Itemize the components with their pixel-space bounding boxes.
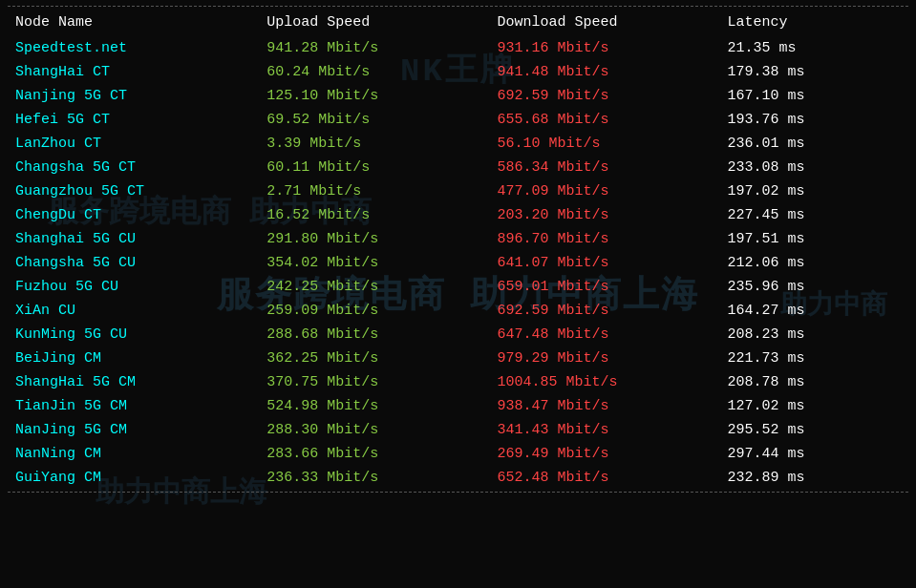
cell-latency: 232.89 ms xyxy=(720,466,908,490)
cell-node: ShangHai CT xyxy=(8,60,259,84)
cell-download: 647.48 Mbit/s xyxy=(489,323,719,346)
table-row: Fuzhou 5G CU242.25 Mbit/s659.01 Mbit/s23… xyxy=(8,275,908,299)
cell-latency: 297.44 ms xyxy=(720,442,908,466)
cell-download: 269.49 Mbit/s xyxy=(489,442,719,466)
cell-latency: 167.10 ms xyxy=(720,84,908,108)
cell-download: 477.09 Mbit/s xyxy=(489,179,719,203)
cell-latency: 179.38 ms xyxy=(720,60,908,84)
col-header-node: Node Name xyxy=(8,9,259,36)
cell-latency: 193.76 ms xyxy=(720,108,908,132)
cell-latency: 227.45 ms xyxy=(720,203,908,227)
cell-node: BeiJing CM xyxy=(8,346,259,370)
cell-download: 641.07 Mbit/s xyxy=(489,251,719,275)
cell-latency: 235.96 ms xyxy=(720,275,908,299)
cell-download: 931.16 Mbit/s xyxy=(489,36,719,60)
cell-upload: 236.33 Mbit/s xyxy=(259,466,489,490)
cell-download: 341.43 Mbit/s xyxy=(489,418,719,442)
cell-node: KunMing 5G CU xyxy=(8,323,259,346)
table-row: BeiJing CM362.25 Mbit/s979.29 Mbit/s221.… xyxy=(8,346,908,370)
cell-node: Changsha 5G CU xyxy=(8,251,259,275)
cell-latency: 164.27 ms xyxy=(720,299,908,323)
table-body: Speedtest.net941.28 Mbit/s931.16 Mbit/s2… xyxy=(8,36,908,490)
table-row: Changsha 5G CT60.11 Mbit/s586.34 Mbit/s2… xyxy=(8,156,908,179)
col-header-upload: Upload Speed xyxy=(259,9,489,36)
table-row: Guangzhou 5G CT2.71 Mbit/s477.09 Mbit/s1… xyxy=(8,179,908,203)
cell-download: 941.48 Mbit/s xyxy=(489,60,719,84)
cell-upload: 291.80 Mbit/s xyxy=(259,227,489,251)
table-row: KunMing 5G CU288.68 Mbit/s647.48 Mbit/s2… xyxy=(8,323,908,346)
table-row: ChengDu CT16.52 Mbit/s203.20 Mbit/s227.4… xyxy=(8,203,908,227)
cell-upload: 69.52 Mbit/s xyxy=(259,108,489,132)
cell-download: 659.01 Mbit/s xyxy=(489,275,719,299)
cell-node: Nanjing 5G CT xyxy=(8,84,259,108)
table-row: Shanghai 5G CU291.80 Mbit/s896.70 Mbit/s… xyxy=(8,227,908,251)
cell-upload: 2.71 Mbit/s xyxy=(259,179,489,203)
cell-node: ShangHai 5G CM xyxy=(8,370,259,394)
cell-node: NanNing CM xyxy=(8,442,259,466)
cell-node: Shanghai 5G CU xyxy=(8,227,259,251)
speed-test-table-container: Node Name Upload Speed Download Speed La… xyxy=(0,0,916,498)
table-row: XiAn CU259.09 Mbit/s692.59 Mbit/s164.27 … xyxy=(8,299,908,323)
cell-node: NanJing 5G CM xyxy=(8,418,259,442)
cell-upload: 354.02 Mbit/s xyxy=(259,251,489,275)
speed-test-table: Node Name Upload Speed Download Speed La… xyxy=(8,9,908,490)
cell-node: GuiYang CM xyxy=(8,466,259,490)
cell-download: 56.10 Mbit/s xyxy=(489,132,719,156)
cell-latency: 21.35 ms xyxy=(720,36,908,60)
table-row: ShangHai 5G CM370.75 Mbit/s1004.85 Mbit/… xyxy=(8,370,908,394)
cell-download: 655.68 Mbit/s xyxy=(489,108,719,132)
table-row: NanNing CM283.66 Mbit/s269.49 Mbit/s297.… xyxy=(8,442,908,466)
cell-node: Changsha 5G CT xyxy=(8,156,259,179)
cell-upload: 125.10 Mbit/s xyxy=(259,84,489,108)
cell-upload: 283.66 Mbit/s xyxy=(259,442,489,466)
cell-latency: 127.02 ms xyxy=(720,394,908,418)
cell-node: LanZhou CT xyxy=(8,132,259,156)
table-row: Hefei 5G CT69.52 Mbit/s655.68 Mbit/s193.… xyxy=(8,108,908,132)
cell-node: ChengDu CT xyxy=(8,203,259,227)
cell-latency: 221.73 ms xyxy=(720,346,908,370)
cell-node: XiAn CU xyxy=(8,299,259,323)
cell-latency: 236.01 ms xyxy=(720,132,908,156)
top-divider xyxy=(8,6,908,7)
table-row: Changsha 5G CU354.02 Mbit/s641.07 Mbit/s… xyxy=(8,251,908,275)
cell-download: 938.47 Mbit/s xyxy=(489,394,719,418)
cell-latency: 233.08 ms xyxy=(720,156,908,179)
cell-latency: 197.02 ms xyxy=(720,179,908,203)
table-row: LanZhou CT3.39 Mbit/s56.10 Mbit/s236.01 … xyxy=(8,132,908,156)
cell-latency: 295.52 ms xyxy=(720,418,908,442)
cell-download: 1004.85 Mbit/s xyxy=(489,370,719,394)
table-row: Speedtest.net941.28 Mbit/s931.16 Mbit/s2… xyxy=(8,36,908,60)
cell-upload: 16.52 Mbit/s xyxy=(259,203,489,227)
cell-node: Fuzhou 5G CU xyxy=(8,275,259,299)
cell-upload: 524.98 Mbit/s xyxy=(259,394,489,418)
cell-upload: 362.25 Mbit/s xyxy=(259,346,489,370)
cell-upload: 259.09 Mbit/s xyxy=(259,299,489,323)
cell-node: Guangzhou 5G CT xyxy=(8,179,259,203)
table-row: ShangHai CT60.24 Mbit/s941.48 Mbit/s179.… xyxy=(8,60,908,84)
table-row: Nanjing 5G CT125.10 Mbit/s692.59 Mbit/s1… xyxy=(8,84,908,108)
cell-upload: 941.28 Mbit/s xyxy=(259,36,489,60)
cell-download: 652.48 Mbit/s xyxy=(489,466,719,490)
table-header-row: Node Name Upload Speed Download Speed La… xyxy=(8,9,908,36)
cell-upload: 288.30 Mbit/s xyxy=(259,418,489,442)
table-row: TianJin 5G CM524.98 Mbit/s938.47 Mbit/s1… xyxy=(8,394,908,418)
cell-upload: 60.24 Mbit/s xyxy=(259,60,489,84)
cell-upload: 370.75 Mbit/s xyxy=(259,370,489,394)
cell-download: 896.70 Mbit/s xyxy=(489,227,719,251)
cell-latency: 208.78 ms xyxy=(720,370,908,394)
cell-download: 586.34 Mbit/s xyxy=(489,156,719,179)
cell-upload: 242.25 Mbit/s xyxy=(259,275,489,299)
cell-upload: 288.68 Mbit/s xyxy=(259,323,489,346)
cell-latency: 197.51 ms xyxy=(720,227,908,251)
cell-latency: 208.23 ms xyxy=(720,323,908,346)
cell-upload: 60.11 Mbit/s xyxy=(259,156,489,179)
cell-download: 692.59 Mbit/s xyxy=(489,84,719,108)
bottom-divider xyxy=(8,492,908,493)
cell-node: Hefei 5G CT xyxy=(8,108,259,132)
cell-latency: 212.06 ms xyxy=(720,251,908,275)
cell-upload: 3.39 Mbit/s xyxy=(259,132,489,156)
table-row: NanJing 5G CM288.30 Mbit/s341.43 Mbit/s2… xyxy=(8,418,908,442)
cell-download: 692.59 Mbit/s xyxy=(489,299,719,323)
cell-node: TianJin 5G CM xyxy=(8,394,259,418)
cell-download: 203.20 Mbit/s xyxy=(489,203,719,227)
